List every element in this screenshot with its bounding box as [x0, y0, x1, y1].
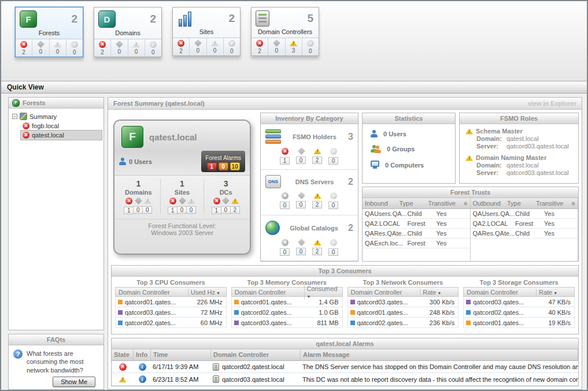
- status-count: 0: [56, 49, 60, 55]
- consumer-row[interactable]: qatcord02.qates...236 Kb/s: [347, 318, 459, 328]
- column-options-icon[interactable]: [569, 200, 578, 207]
- outbound-header-cell[interactable]: Outbound: [471, 200, 508, 207]
- trust-row[interactable]: QARes.QAte... Child Yes: [471, 229, 578, 239]
- dc-header-cell[interactable]: Domain Controller: [116, 289, 188, 296]
- warning-alarm-badge[interactable]: 10: [230, 162, 240, 170]
- show-me-button[interactable]: Show Me: [53, 377, 95, 387]
- status-count: 1: [124, 207, 134, 214]
- consumer-row[interactable]: qatcord02.qates...1.0 GB: [231, 307, 343, 318]
- status-error[interactable]: 0: [189, 38, 206, 55]
- status-warning[interactable]: 3: [285, 38, 302, 55]
- inventory-item-statuses: 0 0 2 0: [265, 239, 353, 256]
- warning-icon: [314, 148, 321, 154]
- dc-header-cell[interactable]: Domain Controller: [232, 289, 304, 296]
- status-ok[interactable]: 0: [145, 39, 161, 57]
- status-ok[interactable]: 0: [66, 39, 83, 57]
- trust-row[interactable]: QAExch.loc... Forest Yes: [363, 239, 470, 248]
- inventory-item-label: DNS Servers: [284, 178, 345, 185]
- status-ok[interactable]: 0: [223, 38, 240, 55]
- top3-panel-header: Top 3 Consumers: [112, 266, 578, 277]
- tile-domain-controllers[interactable]: 5 Domain Controllers 2 0 3 0: [251, 7, 319, 56]
- error-alarm-badge[interactable]: 0: [219, 162, 228, 170]
- status-ok[interactable]: 0: [302, 38, 319, 55]
- state-header-cell[interactable]: State: [112, 349, 134, 360]
- status-critical[interactable]: 2: [16, 39, 32, 57]
- status-critical[interactable]: 2: [252, 38, 268, 55]
- type-header-cell[interactable]: Type: [507, 200, 536, 207]
- alarm-row[interactable]: 6/17/11 9:39 AM qatcord02.qatest.local T…: [112, 361, 578, 374]
- consumer-row[interactable]: qatcord01.qates...1.4 GB: [231, 297, 343, 307]
- message-header-cell[interactable]: Alarm Message: [301, 349, 578, 360]
- inventory-item-fsmo-holders[interactable]: FSMO Holders 3 1 0 2 0: [261, 124, 358, 170]
- info-icon[interactable]: [139, 363, 146, 371]
- consumer-row[interactable]: qatcord01.qates...248 Kb/s: [347, 307, 459, 318]
- tile-label: Forests: [16, 29, 83, 39]
- value-header-cell[interactable]: Rate: [420, 289, 458, 296]
- warning-icon: [119, 376, 127, 382]
- consumer-row[interactable]: qatcord02.qates...60 MHz: [115, 318, 227, 328]
- status-error[interactable]: 0: [110, 39, 127, 57]
- status-critical[interactable]: 2: [173, 38, 189, 55]
- value-header-cell[interactable]: Used Hz: [188, 289, 226, 296]
- status-count: 0: [133, 206, 143, 214]
- dc-header-cell[interactable]: Domain Controller: [464, 289, 536, 296]
- info-icon[interactable]: [139, 375, 146, 383]
- trust-row[interactable]: QA2.LOCAL Forest Yes: [363, 219, 470, 229]
- warning-icon: [290, 40, 297, 46]
- tile-sites[interactable]: 2 Sites 2 0 0 0: [172, 7, 241, 56]
- info-header-cell[interactable]: Info: [134, 349, 151, 360]
- consumer-row[interactable]: qatcord03.qates...811 MB: [231, 318, 343, 328]
- tile-forests[interactable]: 2 Forests 2 0 0 0: [15, 7, 83, 57]
- consumer-row[interactable]: qatcord01.qates...19 KB/s: [463, 318, 575, 328]
- view-in-explorer-link[interactable]: view in Explorer: [528, 100, 576, 107]
- summary-row: qatest.local 0 Users Forest Alarms: [111, 113, 579, 262]
- type-header-cell[interactable]: Type: [400, 200, 428, 207]
- forests-count: 2: [71, 13, 77, 25]
- tree-item-fogb-local[interactable]: fogb.local: [21, 121, 102, 131]
- status-error[interactable]: 0: [268, 38, 284, 55]
- trust-row[interactable]: QA2.LOCAL Forest Yes: [471, 219, 578, 229]
- sites-label: Sites: [161, 189, 204, 196]
- time-header-cell[interactable]: Time: [151, 349, 211, 360]
- value-header-cell[interactable]: Rate: [536, 289, 574, 296]
- fsmo-roles-panel: FSMO Roles Schema Master Domain:: [459, 113, 579, 184]
- inventory-item-count: 3: [348, 132, 353, 142]
- inbound-header-cell[interactable]: Inbound: [363, 200, 400, 207]
- inventory-item-statuses: 0 0 2 0: [265, 192, 353, 209]
- status-warning[interactable]: 0: [206, 38, 223, 55]
- alarm-row[interactable]: 6/23/11 8:52 AM qatcord03.qatest.local T…: [112, 373, 578, 386]
- transitive-header-cell[interactable]: Transitive: [536, 200, 569, 207]
- forest-summary-body: qatest.local 0 Users Forest Alarms: [108, 110, 582, 389]
- dc-header-cell[interactable]: Domain Controller: [211, 349, 301, 360]
- alarms-panel-header: qatest.local Alarms: [112, 338, 578, 349]
- status-critical[interactable]: 2: [94, 39, 110, 57]
- inventory-item-dns-servers[interactable]: DNS DNS Servers 2 0 0 2 0: [261, 170, 358, 215]
- status-warning[interactable]: 0: [128, 39, 145, 57]
- consumer-row[interactable]: qatcord03.qates...300 Kb/s: [347, 297, 459, 307]
- outbound-trusts-header: Outbound Type Transitive: [471, 198, 578, 209]
- trust-type: Child: [408, 230, 437, 237]
- column-options-icon[interactable]: [462, 200, 470, 207]
- dc-header-cell[interactable]: Domain Controller: [348, 289, 420, 296]
- trust-row[interactable]: QAUsers.QA... Child Yes: [471, 209, 578, 219]
- status-warning[interactable]: 0: [49, 39, 66, 57]
- page-title: Forest Summary (qatest.local): [113, 100, 205, 107]
- statistic-label: 0 Computers: [385, 162, 424, 169]
- consumer-row[interactable]: qatcord03.qates...47 KB/s: [463, 297, 575, 307]
- tile-domains[interactable]: 2 Domains 2 0 0 0: [94, 7, 162, 57]
- inventory-item-global-catalogs[interactable]: Global Catalogs 2 0 0 2 0: [261, 215, 358, 261]
- tree-item-qatest-local[interactable]: qatest.local: [21, 131, 102, 140]
- diamond-icon: [298, 192, 305, 199]
- trust-row[interactable]: QARes.QAte... Child Yes: [363, 229, 470, 239]
- transitive-header-cell[interactable]: Transitive: [428, 200, 462, 207]
- tree-item-summary[interactable]: Summary: [10, 111, 102, 121]
- critical-alarm-badge[interactable]: 1: [207, 162, 217, 170]
- fsmo-role-name: Schema Master: [476, 128, 523, 135]
- consumer-row[interactable]: qatcord01.qates...226 MHz: [115, 297, 227, 307]
- trust-row[interactable]: QAUsers.QA... Child Yes: [363, 209, 470, 219]
- consumer-row[interactable]: qatcord03.qates...72 MHz: [115, 307, 227, 318]
- consumer-row[interactable]: qatcord02.qates...40 KB/s: [463, 307, 575, 318]
- status-count: 3: [292, 47, 295, 54]
- collapse-icon[interactable]: [12, 114, 17, 119]
- status-error[interactable]: 0: [32, 39, 49, 57]
